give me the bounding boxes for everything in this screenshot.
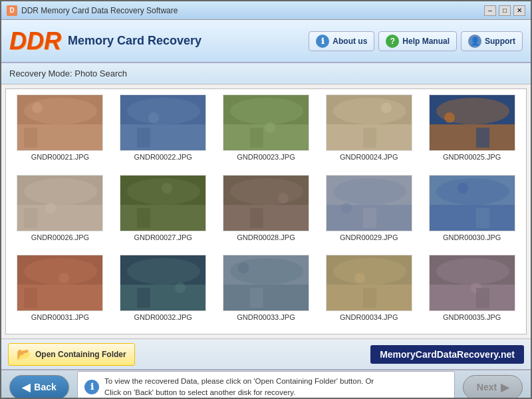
- photo-label: GNDR00034.JPG: [340, 313, 398, 321]
- photo-label: GNDR00029.JPG: [340, 233, 398, 241]
- svg-rect-46: [430, 205, 515, 231]
- titlebar-controls[interactable]: – □ ✕: [484, 5, 525, 16]
- bottom-bar: 📂 Open Containing Folder MemoryCardDataR…: [1, 338, 531, 369]
- svg-point-7: [127, 98, 200, 124]
- app-icon: D: [7, 5, 17, 16]
- svg-rect-29: [24, 208, 37, 228]
- footer-info: ℹ To view the recovered Data, please cli…: [77, 371, 455, 399]
- recovery-mode-label: Recovery Mode:: [9, 68, 72, 78]
- svg-point-57: [127, 258, 200, 285]
- svg-point-67: [333, 258, 406, 285]
- svg-point-53: [59, 273, 69, 283]
- svg-point-17: [333, 98, 406, 124]
- support-icon: 👤: [468, 35, 481, 48]
- logo-ddr: DDR: [9, 29, 61, 53]
- next-button[interactable]: Next ▶: [463, 375, 523, 400]
- close-button[interactable]: ✕: [513, 5, 525, 16]
- footer-info-icon: ℹ: [84, 380, 99, 394]
- next-label: Next: [477, 382, 497, 392]
- recovery-mode-value: Photo Search: [74, 68, 127, 78]
- about-us-label: About us: [332, 37, 367, 46]
- photo-label: GNDR00026.JPG: [31, 233, 89, 241]
- photo-grid[interactable]: GNDR00021.JPG GNDR00022.JPG GNDR00023.JP…: [6, 89, 526, 334]
- svg-rect-74: [476, 288, 489, 308]
- open-folder-button[interactable]: 📂 Open Containing Folder: [8, 343, 135, 366]
- svg-rect-54: [24, 288, 37, 308]
- photo-thumbnail: [223, 255, 309, 311]
- svg-rect-61: [223, 285, 309, 311]
- about-us-button[interactable]: ℹ About us: [309, 31, 374, 51]
- photo-thumbnail: [429, 94, 515, 151]
- photo-label: GNDR00023.JPG: [237, 153, 295, 161]
- photo-thumbnail: [17, 175, 103, 231]
- photo-item[interactable]: GNDR00025.JPG: [423, 94, 521, 168]
- help-manual-label: Help Manual: [402, 37, 450, 46]
- svg-point-28: [45, 203, 56, 213]
- photo-item[interactable]: GNDR00022.JPG: [114, 94, 212, 168]
- photo-label: GNDR00035.JPG: [443, 313, 501, 321]
- photo-thumbnail: [429, 175, 515, 231]
- next-arrow-icon: ▶: [501, 381, 509, 394]
- help-manual-button[interactable]: ? Help Manual: [378, 31, 457, 51]
- minimize-button[interactable]: –: [484, 5, 496, 16]
- photo-thumbnail: [326, 175, 412, 231]
- photo-item[interactable]: GNDR00030.JPG: [423, 175, 521, 249]
- svg-rect-31: [120, 205, 205, 231]
- folder-icon: 📂: [17, 347, 31, 362]
- support-label: Support: [485, 37, 515, 46]
- svg-rect-9: [137, 128, 150, 148]
- svg-point-27: [24, 178, 97, 205]
- footer-info-line2: Click on 'Back' button to select another…: [104, 387, 374, 398]
- svg-point-8: [148, 112, 159, 123]
- svg-point-48: [458, 183, 468, 194]
- svg-point-33: [162, 183, 172, 194]
- logo-text: Memory Card Recovery: [68, 34, 201, 48]
- footer-info-line1: To view the recovered Data, please click…: [104, 376, 374, 387]
- back-button[interactable]: ◀ Back: [9, 375, 69, 400]
- photo-thumbnail: [120, 94, 206, 151]
- photo-label: GNDR00025.JPG: [443, 153, 501, 161]
- header-buttons: ℹ About us ? Help Manual 👤 Support: [309, 31, 523, 51]
- svg-rect-69: [363, 288, 376, 308]
- photo-item[interactable]: GNDR00026.JPG: [11, 175, 109, 249]
- photo-thumbnail: [17, 255, 103, 311]
- svg-rect-21: [430, 124, 515, 151]
- photo-item[interactable]: GNDR00034.JPG: [320, 255, 418, 329]
- main-content: GNDR00021.JPG GNDR00022.JPG GNDR00023.JP…: [5, 88, 527, 334]
- photo-item[interactable]: GNDR00031.JPG: [11, 255, 109, 329]
- photo-thumbnail: [223, 175, 309, 231]
- svg-rect-44: [363, 208, 376, 228]
- photo-thumbnail: [223, 94, 309, 151]
- photo-label: GNDR00022.JPG: [134, 153, 192, 161]
- photo-thumbnail: [120, 175, 206, 231]
- titlebar-title: DDR Memory Card Data Recovery Software: [21, 6, 178, 15]
- photo-label: GNDR00024.JPG: [340, 153, 398, 161]
- svg-rect-24: [476, 128, 489, 148]
- photo-item[interactable]: GNDR00032.JPG: [114, 255, 212, 329]
- photo-item[interactable]: GNDR00029.JPG: [320, 175, 418, 249]
- photo-item[interactable]: GNDR00035.JPG: [423, 255, 521, 329]
- photo-item[interactable]: GNDR00023.JPG: [217, 94, 315, 168]
- photo-item[interactable]: GNDR00024.JPG: [320, 94, 418, 168]
- support-button[interactable]: 👤 Support: [461, 31, 523, 51]
- photo-label: GNDR00027.JPG: [134, 233, 192, 241]
- svg-point-72: [436, 258, 509, 285]
- help-icon: ?: [386, 35, 399, 48]
- photo-thumbnail: [120, 255, 206, 311]
- photo-item[interactable]: GNDR00033.JPG: [217, 255, 315, 329]
- photo-label: GNDR00021.JPG: [31, 153, 89, 161]
- open-folder-label: Open Containing Folder: [35, 350, 126, 359]
- logo-area: DDR Memory Card Recovery: [9, 29, 201, 53]
- svg-point-43: [341, 203, 352, 213]
- svg-point-47: [436, 178, 509, 205]
- svg-rect-36: [223, 205, 309, 231]
- photo-item[interactable]: GNDR00027.JPG: [114, 175, 212, 249]
- svg-rect-19: [363, 128, 376, 148]
- svg-rect-34: [137, 208, 150, 228]
- photo-item[interactable]: GNDR00021.JPG: [11, 94, 109, 168]
- photo-label: GNDR00031.JPG: [31, 313, 89, 321]
- header: DDR Memory Card Recovery ℹ About us ? He…: [1, 20, 531, 63]
- photo-item[interactable]: GNDR00028.JPG: [217, 175, 315, 249]
- website-badge: MemoryCardDataRecovery.net: [370, 345, 524, 364]
- maximize-button[interactable]: □: [499, 5, 511, 16]
